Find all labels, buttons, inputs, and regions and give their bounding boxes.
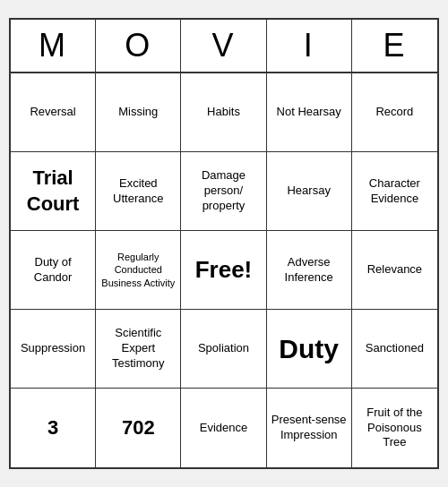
- bingo-cell: Regularly Conducted Business Activity: [96, 231, 181, 310]
- bingo-cell: Relevance: [352, 231, 437, 310]
- bingo-card: MOVIE ReversalMissingHabitsNot HearsayRe…: [9, 18, 439, 469]
- header-letter: M: [11, 20, 96, 72]
- bingo-cell: Scientific Expert Testimony: [96, 310, 181, 389]
- bingo-cell: Fruit of the Poisonous Tree: [352, 389, 437, 467]
- bingo-cell: Damage person/ property: [181, 152, 266, 231]
- bingo-header: MOVIE: [11, 20, 437, 73]
- bingo-cell: Trial Court: [11, 152, 96, 231]
- header-letter: I: [267, 20, 352, 72]
- header-letter: E: [352, 20, 437, 72]
- bingo-cell: Character Evidence: [352, 152, 437, 231]
- header-letter: V: [181, 20, 266, 72]
- bingo-cell: Record: [352, 73, 437, 152]
- bingo-cell: Sanctioned: [352, 310, 437, 389]
- bingo-cell: Adverse Inference: [267, 231, 352, 310]
- bingo-cell: Evidence: [181, 389, 266, 467]
- bingo-cell: Duty: [267, 310, 352, 389]
- bingo-cell: Habits: [181, 73, 266, 152]
- bingo-cell: Not Hearsay: [267, 73, 352, 152]
- bingo-cell: Missing: [96, 73, 181, 152]
- bingo-cell: Excited Utterance: [96, 152, 181, 231]
- bingo-cell: Hearsay: [267, 152, 352, 231]
- bingo-cell: 3: [11, 389, 96, 467]
- bingo-cell: Present-sense Impression: [267, 389, 352, 467]
- bingo-cell: 702: [96, 389, 181, 467]
- bingo-cell: Spoliation: [181, 310, 266, 389]
- bingo-cell: Duty of Candor: [11, 231, 96, 310]
- bingo-grid: ReversalMissingHabitsNot HearsayRecordTr…: [11, 73, 437, 467]
- header-letter: O: [96, 20, 181, 72]
- bingo-cell: Suppression: [11, 310, 96, 389]
- bingo-cell: Free!: [181, 231, 266, 310]
- bingo-cell: Reversal: [11, 73, 96, 152]
